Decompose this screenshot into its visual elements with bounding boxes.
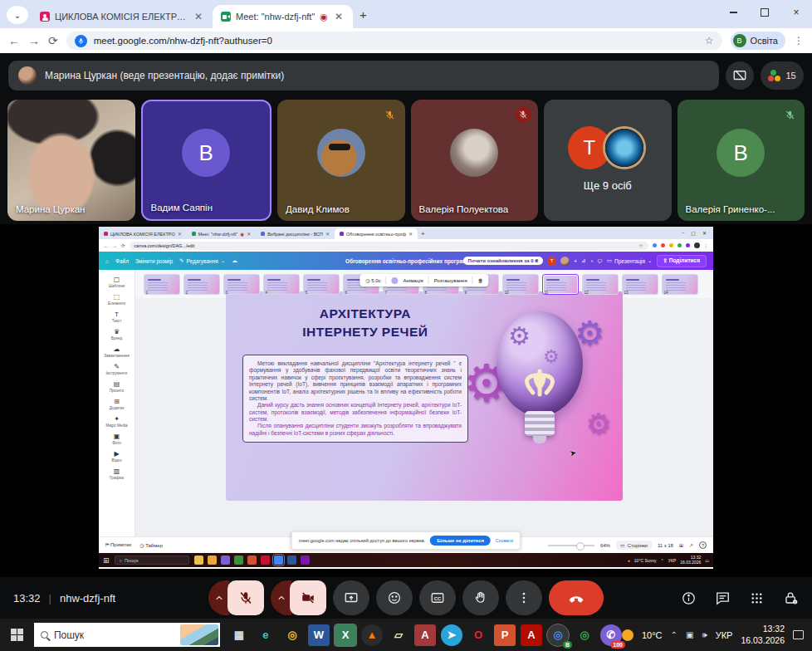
- canva-sidebar-item-10[interactable]: ▶Відео: [99, 448, 135, 464]
- filmstrip-thumb-5[interactable]: 5: [303, 274, 340, 295]
- canva-sidebar-item-8[interactable]: ✦Magic Media: [99, 413, 135, 429]
- inner-profile-avatar[interactable]: [694, 242, 700, 248]
- inner-tab-2[interactable]: Meet: "nhw-dzfj-nft"◉✕: [187, 228, 256, 239]
- canva-menu-file[interactable]: Файл: [115, 258, 129, 264]
- canva-sidebar-item-0[interactable]: ▢Шаблони: [99, 273, 135, 290]
- inner-tab-4-active[interactable]: Обговорення освітньо-проф✕: [335, 228, 418, 239]
- meeting-details-icon[interactable]: [681, 590, 697, 606]
- participants-count-button[interactable]: 15: [761, 61, 804, 90]
- tab-search-chevron-icon[interactable]: ⌄: [7, 6, 28, 24]
- pages-button[interactable]: ▭ Сторінки: [616, 541, 652, 550]
- chat-icon[interactable]: [715, 590, 731, 606]
- help-icon[interactable]: ?: [699, 541, 707, 549]
- canva-sidebar-item-6[interactable]: ▤Проєкти: [99, 378, 135, 394]
- inner-taskbar-app-word[interactable]: [287, 556, 296, 565]
- zoom-slider[interactable]: [548, 545, 594, 546]
- filmstrip-thumb-10[interactable]: 10: [502, 274, 539, 295]
- window-maximize-button[interactable]: [749, 0, 780, 25]
- hide-notice-button[interactable]: Сховати: [496, 538, 513, 543]
- notes-button[interactable]: ⛿ Примітки: [105, 542, 131, 548]
- tile-valeriia-h[interactable]: В Валерія Гриненко-...: [677, 100, 805, 221]
- inner-reload-icon[interactable]: ⟳: [121, 243, 125, 248]
- display-icon[interactable]: ▣: [686, 630, 693, 639]
- position-button[interactable]: Розташування: [434, 278, 467, 283]
- taskbar-clock[interactable]: 13:3216.03.2026: [741, 624, 785, 645]
- extension-icon[interactable]: [686, 243, 690, 247]
- taskbar-app-acrobat[interactable]: A: [521, 624, 542, 646]
- filmstrip-thumb-3[interactable]: 3: [223, 274, 260, 295]
- reload-icon[interactable]: ⟳: [48, 34, 58, 47]
- notification-center-icon[interactable]: [793, 630, 804, 639]
- inner-taskbar-app-onenote[interactable]: [301, 556, 310, 565]
- new-tab-button[interactable]: +: [360, 7, 367, 22]
- back-icon[interactable]: ←: [8, 34, 20, 47]
- taskbar-app-avast[interactable]: ▲: [361, 624, 383, 646]
- extension-icon[interactable]: [677, 243, 682, 247]
- taskbar-app-access[interactable]: A: [414, 624, 436, 646]
- canva-share-button[interactable]: ⇪ Поділитися: [657, 255, 707, 267]
- taskbar-app-explorer[interactable]: ▱: [388, 624, 409, 646]
- canva-sidebar-item-7[interactable]: ⊞Додатки: [99, 395, 135, 412]
- address-input[interactable]: meet.google.com/nhw-dzfj-nft?authuser=0 …: [66, 32, 722, 50]
- more-options-button[interactable]: [506, 580, 542, 615]
- browser-tab-2-active[interactable]: Meet: "nhw-dzfj-nft" ◉ ✕: [213, 5, 353, 28]
- taskbar-app-powerpoint[interactable]: P: [494, 624, 516, 646]
- filmstrip-thumb-11[interactable]: 11: [542, 274, 579, 295]
- canva-sidebar-item-1[interactable]: ⬚Елементи: [99, 291, 135, 307]
- host-controls-icon[interactable]: [783, 590, 799, 606]
- extension-icon[interactable]: [653, 243, 657, 247]
- filmstrip-thumb-13[interactable]: 13: [622, 274, 658, 295]
- canva-sidebar-item-4[interactable]: ☁Завантаження: [99, 343, 135, 360]
- taskbar-app-chrome-profile-2[interactable]: ◎: [574, 624, 595, 646]
- insights-icon[interactable]: ⊿: [581, 257, 585, 264]
- camera-options-chevron[interactable]: [271, 580, 291, 615]
- inner-taskbar-app-store[interactable]: [234, 556, 243, 565]
- animate-button[interactable]: Анімація: [404, 278, 423, 283]
- extension-icon[interactable]: [669, 243, 673, 247]
- add-collaborator-icon[interactable]: +: [574, 258, 577, 264]
- canva-sidebar-item-5[interactable]: ✎Інструменти: [99, 360, 135, 377]
- canva-present-button[interactable]: ▭ Презентація ⌄: [607, 257, 653, 264]
- canva-doc-title[interactable]: Обговорення освітньо-професійних програм: [345, 258, 467, 264]
- window-close-button[interactable]: ×: [780, 0, 812, 25]
- inner-new-tab-button[interactable]: +: [421, 230, 425, 237]
- inner-tab-3[interactable]: Вибрані дисципліни - ВСП✕: [256, 228, 335, 239]
- activities-icon[interactable]: [749, 590, 765, 606]
- canva-home-icon[interactable]: ⌂: [105, 258, 109, 264]
- stop-presentation-button[interactable]: [726, 61, 754, 90]
- start-button[interactable]: [0, 619, 34, 651]
- inner-taskbar-app-explorer[interactable]: [194, 556, 203, 565]
- inner-clock[interactable]: 13:3216.03.2026: [680, 556, 701, 565]
- inner-taskbar-app-powerpoint[interactable]: [247, 556, 257, 565]
- filmstrip-thumb-2[interactable]: 2: [183, 274, 220, 295]
- stop-sharing-button[interactable]: Більше не ділитися: [430, 536, 491, 546]
- timer-button[interactable]: ◷ Таймер: [139, 542, 163, 548]
- canva-sidebar-item-3[interactable]: ♛Бренд: [99, 326, 135, 342]
- inner-tab-1[interactable]: ЦИКЛОВА КОМІСІЯ ЕЛЕКТРО✕: [99, 228, 187, 239]
- camera-toggle-button[interactable]: [290, 580, 326, 615]
- reactions-button[interactable]: [376, 580, 413, 615]
- tray-expand-icon[interactable]: ⌃: [671, 630, 677, 639]
- inner-address-input[interactable]: canva.com/design/DAG.../edit ☆: [130, 242, 648, 250]
- browser-menu-icon[interactable]: ⋮: [794, 35, 804, 46]
- inner-taskbar-app-opera[interactable]: [261, 556, 270, 565]
- duration-control[interactable]: ◷ 5.0с: [365, 277, 380, 283]
- canva-sidebar-item-9[interactable]: ▣Фото: [99, 430, 135, 447]
- mic-permission-icon[interactable]: [75, 35, 87, 47]
- color-swatch[interactable]: [392, 277, 399, 284]
- inner-search-input[interactable]: ○ Пошук: [115, 556, 189, 565]
- temperature[interactable]: 10°C: [642, 630, 663, 640]
- inner-back-icon[interactable]: ←: [104, 243, 109, 248]
- taskbar-app-viber[interactable]: ✆100: [600, 624, 622, 646]
- volume-icon[interactable]: 🕪: [702, 630, 707, 640]
- tab1-close-icon[interactable]: ✕: [193, 11, 204, 22]
- taskbar-search-input[interactable]: Пошук: [34, 623, 220, 647]
- inner-start-icon[interactable]: ⊞: [103, 556, 110, 565]
- end-call-button[interactable]: [549, 580, 604, 615]
- profile-chip[interactable]: B Освіта: [731, 32, 785, 50]
- taskbar-app-chrome[interactable]: ◎: [281, 624, 303, 646]
- notifications-icon[interactable]: ◔: [589, 258, 593, 264]
- canva-sidebar-item-2[interactable]: TТекст: [99, 308, 135, 325]
- forward-icon[interactable]: →: [28, 34, 40, 47]
- taskbar-app-excel[interactable]: X: [335, 624, 356, 646]
